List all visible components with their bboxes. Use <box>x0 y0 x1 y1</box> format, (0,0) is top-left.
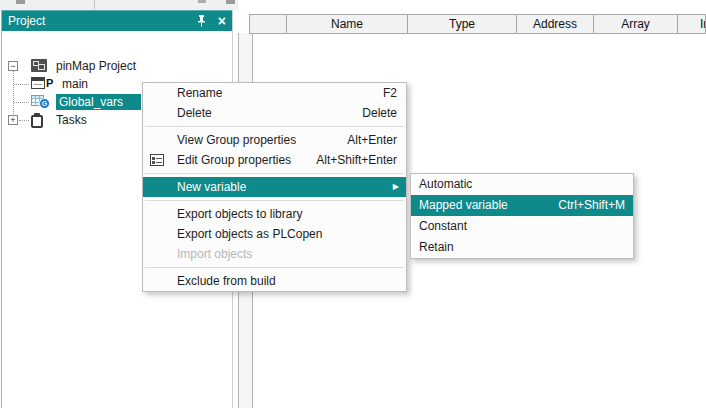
pin-icon[interactable] <box>197 15 206 27</box>
column-header-name[interactable]: Name <box>287 15 408 33</box>
submenu-item-mapped-variable[interactable]: Mapped variable Ctrl+Shift+M <box>411 195 633 216</box>
menu-item-label: Retain <box>419 237 454 258</box>
tree-item-label[interactable]: main <box>62 76 88 92</box>
close-icon[interactable]: × <box>218 14 226 28</box>
menu-shortcut: Ctrl+Shift+M <box>558 195 625 216</box>
menu-item-label: View Group properties <box>177 130 296 150</box>
tree-item-label-selected[interactable]: Global_vars <box>56 94 141 110</box>
toolbar-icon-fragment <box>16 0 25 4</box>
menu-item-new-variable[interactable]: New variable ▶ <box>143 177 406 197</box>
menu-item-delete[interactable]: Delete Delete <box>143 103 406 123</box>
menu-item-label: Rename <box>177 83 222 103</box>
project-icon <box>31 59 47 72</box>
menu-separator <box>145 200 404 201</box>
program-letter: P <box>46 77 53 89</box>
menu-item-label: Automatic <box>419 174 472 195</box>
menu-item-label: New variable <box>177 177 246 197</box>
menu-shortcut: Alt+Shift+Enter <box>316 150 397 170</box>
menu-item-view-group-properties[interactable]: View Group properties Alt+Enter <box>143 130 406 150</box>
submenu-item-retain[interactable]: Retain <box>411 237 633 258</box>
column-header-array[interactable]: Array <box>594 15 678 33</box>
menu-separator <box>145 126 404 127</box>
menu-separator <box>145 173 404 174</box>
menu-item-export-objects-to-library[interactable]: Export objects to library <box>143 204 406 224</box>
column-header-type[interactable]: Type <box>408 15 517 33</box>
tree-item-label[interactable]: Tasks <box>56 112 87 128</box>
new-variable-submenu: Automatic Mapped variable Ctrl+Shift+M C… <box>410 173 634 259</box>
menu-item-import-objects: Import objects <box>143 244 406 264</box>
menu-shortcut: F2 <box>383 83 397 103</box>
menu-item-label: Exclude from build <box>177 271 276 291</box>
panel-title: Project <box>8 14 197 28</box>
menu-item-label: Import objects <box>177 244 252 264</box>
submenu-arrow-icon: ▶ <box>393 177 399 197</box>
menu-item-label: Export objects to library <box>177 204 302 224</box>
toolbar-strip <box>0 0 238 10</box>
workspace: Project × − pinMap Project <box>0 0 706 408</box>
tree-item-label[interactable]: pinMap Project <box>56 58 136 74</box>
program-window-icon: P <box>31 77 53 89</box>
menu-item-exclude-from-build[interactable]: Exclude from build <box>143 271 406 291</box>
column-header-address[interactable]: Address <box>517 15 594 33</box>
tasks-clipboard-icon <box>31 113 43 128</box>
column-header-init[interactable]: Init <box>678 15 706 33</box>
menu-separator <box>145 267 404 268</box>
menu-shortcut: Delete <box>362 103 397 123</box>
menu-item-label: Delete <box>177 103 212 123</box>
toolbar-icon-fragment <box>198 0 206 3</box>
tree-item-project-root[interactable]: − pinMap Project <box>2 57 232 75</box>
menu-shortcut: Alt+Enter <box>347 130 397 150</box>
menu-item-label: Mapped variable <box>419 195 508 216</box>
menu-item-label: Export objects as PLCopen <box>177 224 322 244</box>
menu-item-export-objects-as-plcopen[interactable]: Export objects as PLCopen <box>143 224 406 244</box>
project-panel-header[interactable]: Project × <box>2 10 232 31</box>
global-badge-icon: G <box>39 98 50 109</box>
variables-table-header: Name Type Address Array Init <box>249 14 706 34</box>
expand-expander-icon[interactable]: + <box>8 115 18 125</box>
submenu-item-automatic[interactable]: Automatic <box>411 174 633 195</box>
menu-item-label: Constant <box>419 216 467 237</box>
properties-form-icon <box>150 154 164 166</box>
toolbar-separator <box>94 0 95 9</box>
menu-item-label: Edit Group properties <box>177 150 291 170</box>
menu-item-edit-group-properties[interactable]: Edit Group properties Alt+Shift+Enter <box>143 150 406 170</box>
global-variables-grid-icon: G <box>31 95 51 109</box>
toolbar-icon-fragment <box>226 0 235 4</box>
column-header-row-selector[interactable] <box>250 15 287 33</box>
collapse-expander-icon[interactable]: − <box>8 61 18 71</box>
context-menu: Rename F2 Delete Delete View Group prope… <box>142 82 407 292</box>
menu-item-rename[interactable]: Rename F2 <box>143 83 406 103</box>
submenu-item-constant[interactable]: Constant <box>411 216 633 237</box>
